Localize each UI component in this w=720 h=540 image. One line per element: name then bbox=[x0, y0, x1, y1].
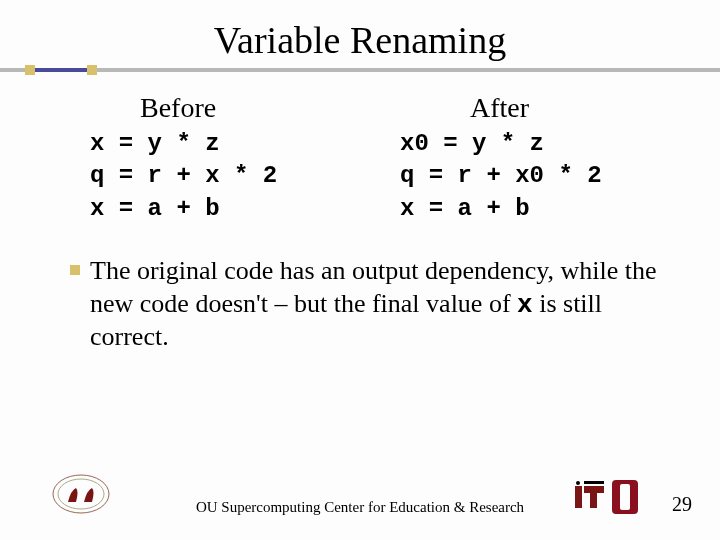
description-paragraph: The original code has an output dependen… bbox=[90, 255, 660, 354]
svg-point-1 bbox=[58, 479, 104, 509]
ou-logo-icon bbox=[610, 478, 640, 520]
after-code: x0 = y * z q = r + x0 * 2 x = a + b bbox=[400, 128, 680, 225]
slide-title: Variable Renaming bbox=[214, 18, 506, 62]
after-heading: After bbox=[400, 92, 680, 124]
after-column: After x0 = y * z q = r + x0 * 2 x = a + … bbox=[370, 92, 680, 225]
svg-point-0 bbox=[53, 475, 109, 513]
footer-text: OU Supercomputing Center for Education &… bbox=[196, 499, 524, 516]
before-code: x = y * z q = r + x * 2 x = a + b bbox=[90, 128, 370, 225]
it-logo-icon bbox=[572, 480, 606, 518]
rule-marker-icon bbox=[87, 65, 97, 75]
page-number: 29 bbox=[672, 493, 692, 516]
svg-rect-2 bbox=[575, 486, 582, 508]
before-column: Before x = y * z q = r + x * 2 x = a + b bbox=[90, 92, 370, 225]
before-heading: Before bbox=[90, 92, 370, 124]
svg-point-5 bbox=[576, 481, 580, 485]
svg-rect-3 bbox=[584, 486, 604, 493]
rule-marker-icon bbox=[25, 65, 35, 75]
bullet-icon bbox=[70, 265, 80, 275]
svg-rect-4 bbox=[590, 493, 597, 508]
para-code: x bbox=[517, 290, 533, 320]
svg-rect-6 bbox=[584, 481, 604, 484]
ou-horses-logo-icon bbox=[50, 472, 112, 520]
